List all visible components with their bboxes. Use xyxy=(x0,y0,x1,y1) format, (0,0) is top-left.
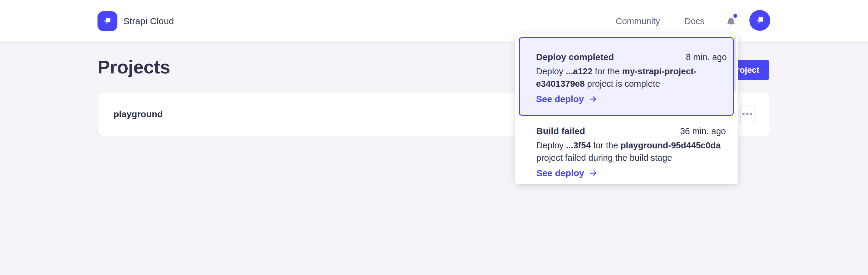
scrollbar-thumb[interactable] xyxy=(734,37,736,91)
see-deploy-label: See deploy xyxy=(536,168,584,178)
notifications-button[interactable] xyxy=(723,13,739,29)
ellipsis-icon xyxy=(742,113,752,115)
see-deploy-link[interactable]: See deploy xyxy=(536,94,598,105)
strapi-mark-icon xyxy=(753,13,767,28)
user-avatar[interactable] xyxy=(749,10,770,31)
notification-item-deploy-completed[interactable]: Deploy completed 8 min. ago Deploy ...a1… xyxy=(519,37,734,116)
unread-indicator-dot xyxy=(734,14,737,18)
notification-timestamp: 8 min. ago xyxy=(686,52,727,62)
project-more-button[interactable] xyxy=(740,105,754,123)
brand-name: Strapi Cloud xyxy=(123,16,174,26)
see-deploy-link[interactable]: See deploy xyxy=(536,168,598,178)
arrow-right-icon xyxy=(589,169,598,177)
notification-header: Build failed 36 min. ago xyxy=(536,126,726,137)
notification-body: Deploy ...a122 for the my-strapi-project… xyxy=(536,65,727,90)
strapi-logo-icon xyxy=(97,11,117,31)
notification-body: Deploy ...3f54 for the playground-95d445… xyxy=(536,139,726,164)
see-deploy-label: See deploy xyxy=(536,94,584,104)
notification-title: Build failed xyxy=(536,126,585,136)
notification-title: Deploy completed xyxy=(536,52,614,62)
strapi-mark-icon xyxy=(101,15,114,28)
notification-item-build-failed[interactable]: Build failed 36 min. ago Deploy ...3f54 … xyxy=(519,116,734,178)
project-name: playground xyxy=(114,109,163,119)
bell-icon xyxy=(725,16,737,28)
notification-header: Deploy completed 8 min. ago xyxy=(536,52,727,63)
arrow-right-icon xyxy=(588,95,598,103)
notifications-panel: Deploy completed 8 min. ago Deploy ...a1… xyxy=(515,34,738,184)
page-title: Projects xyxy=(97,56,170,78)
brand-home-link[interactable]: Strapi Cloud xyxy=(97,0,174,42)
app-root: Strapi Cloud Community Docs Projects Cre… xyxy=(0,0,868,275)
notification-timestamp: 36 min. ago xyxy=(680,126,726,136)
